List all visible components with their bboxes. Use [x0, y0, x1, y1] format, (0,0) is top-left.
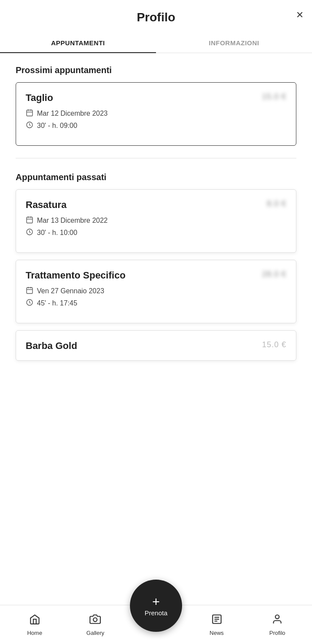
nav-item-home[interactable]: Home	[4, 614, 65, 636]
date-text-rasatura: Mar 13 Dicembre 2022	[37, 217, 108, 225]
appointment-card-barba-gold[interactable]: Barba Gold 15.0 €	[16, 330, 296, 361]
prenota-fab[interactable]: + Prenota	[130, 580, 182, 632]
past-section-title: Appuntamenti passati	[16, 172, 296, 182]
tab-appuntamenti[interactable]: APPUNTAMENTI	[0, 33, 156, 53]
svg-rect-5	[27, 217, 33, 223]
camera-icon	[90, 614, 101, 628]
date-row-taglio: Mar 12 Dicembre 2023	[26, 109, 286, 118]
calendar-icon-trattamento	[26, 286, 33, 296]
clock-icon-taglio	[26, 121, 33, 131]
svg-point-15	[93, 617, 97, 621]
nav-item-news[interactable]: News	[186, 614, 247, 636]
nav-label-home: Home	[27, 630, 42, 636]
svg-point-20	[275, 615, 279, 619]
service-name-trattamento: Trattamento Specifico	[26, 270, 126, 281]
svg-rect-10	[27, 288, 33, 294]
tab-informazioni[interactable]: INFORMAZIONI	[156, 33, 312, 53]
close-button[interactable]: ×	[296, 9, 303, 21]
date-row-trattamento: Ven 27 Gennaio 2023	[26, 286, 286, 296]
home-icon	[29, 614, 40, 628]
appointment-card-trattamento[interactable]: Trattamento Specifico 28.0 € Ven 27 Genn…	[16, 260, 296, 323]
person-icon	[272, 614, 283, 628]
fab-plus-icon: +	[152, 595, 160, 608]
page-title: Profilo	[137, 10, 176, 24]
card-top-row-barba: Barba Gold 15.0 €	[26, 340, 286, 352]
clock-icon-rasatura	[26, 228, 33, 238]
time-row-rasatura: 30' - h. 10:00	[26, 228, 286, 238]
service-name-taglio: Taglio	[26, 92, 53, 104]
card-top-row: Taglio 15.0 €	[26, 92, 286, 104]
nav-label-profilo: Profilo	[269, 630, 285, 636]
card-top-row-trattamento: Trattamento Specifico 28.0 €	[26, 270, 286, 281]
time-text-trattamento: 45' - h. 17:45	[37, 299, 77, 307]
upcoming-section-title: Prossimi appuntamenti	[16, 65, 296, 75]
calendar-icon-rasatura	[26, 216, 33, 225]
nav-item-gallery[interactable]: Gallery	[65, 614, 126, 636]
time-text-taglio: 30' - h. 09:00	[37, 122, 77, 130]
price-barba: 15.0 €	[262, 340, 286, 349]
service-name-rasatura: Rasatura	[26, 199, 66, 211]
clock-icon-trattamento	[26, 299, 33, 308]
card-top-row-rasatura: Rasatura 8.0 €	[26, 199, 286, 211]
calendar-icon-taglio	[26, 109, 33, 118]
section-divider	[16, 158, 296, 158]
news-icon	[211, 614, 222, 628]
time-row-taglio: 30' - h. 09:00	[26, 121, 286, 131]
fab-label: Prenota	[145, 609, 168, 617]
time-row-trattamento: 45' - h. 17:45	[26, 299, 286, 308]
nav-item-profilo[interactable]: Profilo	[247, 614, 308, 636]
date-text-taglio: Mar 12 Dicembre 2023	[37, 110, 108, 117]
svg-rect-0	[27, 110, 33, 116]
tabs-container: APPUNTAMENTI INFORMAZIONI	[0, 33, 312, 53]
service-name-barba: Barba Gold	[26, 340, 77, 352]
price-trattamento: 28.0 €	[262, 270, 286, 279]
content-area: Prossimi appuntamenti Taglio 15.0 € Mar …	[0, 53, 312, 413]
appointment-card-rasatura[interactable]: Rasatura 8.0 € Mar 13 Dicembre 2022	[16, 189, 296, 253]
date-row-rasatura: Mar 13 Dicembre 2022	[26, 216, 286, 225]
price-rasatura: 8.0 €	[267, 199, 286, 208]
appointment-card-taglio[interactable]: Taglio 15.0 € Mar 12 Dicembre 2023	[16, 82, 296, 146]
nav-label-gallery: Gallery	[86, 630, 104, 636]
nav-label-news: News	[209, 630, 224, 636]
price-taglio: 15.0 €	[262, 92, 286, 101]
header: Profilo ×	[0, 0, 312, 30]
date-text-trattamento: Ven 27 Gennaio 2023	[37, 287, 104, 295]
time-text-rasatura: 30' - h. 10:00	[37, 229, 77, 237]
